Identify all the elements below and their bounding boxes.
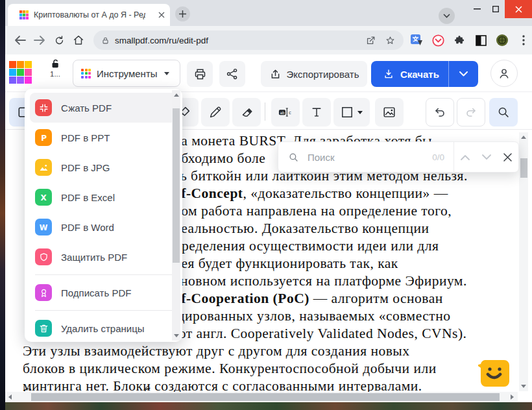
menu-item-delete-pages[interactable]: Удалить страницы — [25, 313, 182, 342]
search-match-counter: 0/0 — [432, 152, 444, 162]
export-button-label: Экспортировать — [287, 69, 359, 80]
pdf-clipped-line: Скорость создания блоков согласована меж… — [23, 385, 438, 391]
undo-icon — [433, 105, 447, 119]
scroll-right-arrow-icon[interactable] — [511, 394, 514, 400]
horizontal-scroll-thumb[interactable] — [31, 393, 500, 401]
window-minimize-button[interactable] — [467, 0, 487, 18]
home-button[interactable] — [69, 30, 88, 50]
compress-pdf-icon — [35, 99, 52, 116]
redo-button[interactable] — [457, 98, 485, 127]
tab-search-button[interactable] — [439, 8, 455, 24]
shapes-tool-button[interactable] — [333, 98, 370, 127]
chevron-up-icon — [461, 154, 470, 160]
menu-item-compress-pdf[interactable]: Сжать PDF — [30, 93, 177, 123]
smallpdf-favicon — [19, 10, 29, 19]
tab-title: Криптовалюты от А до Я - Реда — [34, 10, 145, 19]
scroll-up-arrow-icon[interactable] — [521, 136, 526, 139]
menu-item-label: Сжать PDF — [61, 102, 112, 114]
desktop-wallpaper-right — [529, 18, 532, 410]
chevron-down-icon — [459, 71, 468, 77]
pocket-extension-icon[interactable] — [429, 32, 446, 49]
menu-item-pdf-to-excel[interactable]: X PDF в Excel — [25, 182, 182, 212]
next-match-button[interactable] — [476, 142, 497, 172]
scroll-left-arrow-icon[interactable] — [8, 394, 12, 400]
menu-item-label: PDF в Word — [61, 222, 114, 233]
svg-text:X: X — [40, 193, 47, 202]
download-options-button[interactable] — [449, 61, 478, 87]
print-button[interactable] — [187, 61, 213, 87]
tools-grid-icon — [81, 69, 91, 78]
share-document-button[interactable] — [219, 61, 245, 87]
vertical-scrollbar[interactable] — [519, 132, 528, 391]
pdf-to-word-icon: W — [35, 219, 52, 235]
desktop-wallpaper-left — [0, 0, 5, 410]
close-icon — [503, 153, 512, 162]
window-maximize-button[interactable] — [487, 0, 505, 18]
smallpdf-header: 1... Инструменты Экспортировать — [5, 54, 532, 92]
menu-item-protect-pdf[interactable]: Защитить PDF — [25, 242, 182, 272]
user-icon — [497, 66, 511, 80]
user-account-button[interactable] — [490, 60, 518, 87]
export-icon — [269, 68, 282, 80]
browser-tab[interactable]: Криптовалюты от А до Я - Реда — [8, 4, 170, 26]
support-chat-button[interactable] — [478, 357, 509, 388]
previous-match-button[interactable] — [454, 142, 476, 172]
dropdown-scrollbar[interactable] — [172, 90, 180, 341]
pdf-text-line: Эти узлы взаимодействуют друг с другом д… — [23, 343, 522, 360]
address-bar-row: smallpdf.com/ru/edit-pdf — [5, 26, 532, 54]
reload-button[interactable] — [49, 30, 69, 50]
green-circle-extension-icon[interactable] — [494, 32, 511, 49]
window-close-button[interactable] — [505, 0, 532, 18]
search-tool-button[interactable] — [489, 98, 518, 127]
document-lock-icon — [50, 58, 61, 69]
eraser-icon — [239, 105, 254, 119]
edit-text-tool-button[interactable]: abc — [271, 98, 300, 127]
delete-pages-icon — [35, 320, 52, 337]
search-input[interactable] — [306, 151, 406, 163]
sign-pdf-icon — [35, 284, 52, 301]
tools-dropdown-menu: Сжать PDF P PDF в PPT PDF в JPG X — [25, 89, 182, 342]
tools-dropdown-button[interactable]: Инструменты — [73, 60, 180, 87]
export-button[interactable]: Экспортировать — [261, 61, 367, 87]
caret-down-icon — [164, 72, 169, 75]
horizontal-scrollbar[interactable] — [5, 392, 518, 402]
share-button[interactable] — [361, 30, 380, 50]
dark-reader-extension-icon[interactable] — [472, 32, 489, 49]
translate-extension-icon[interactable] — [408, 32, 425, 49]
scroll-up-arrow-icon[interactable] — [174, 93, 179, 97]
chevron-down-icon — [482, 154, 491, 160]
minimize-icon — [474, 8, 481, 10]
extensions-puzzle-icon[interactable] — [451, 32, 468, 49]
svg-text:ab: ab — [280, 110, 285, 115]
tab-close-icon[interactable] — [158, 12, 165, 18]
bookmark-star-button[interactable] — [380, 30, 400, 50]
undo-button[interactable] — [426, 98, 454, 127]
menu-item-label: Защитить PDF — [61, 252, 127, 263]
new-tab-button[interactable] — [175, 6, 190, 21]
eraser-tool-button[interactable] — [232, 98, 261, 127]
scroll-down-arrow-icon[interactable] — [521, 385, 526, 388]
back-button[interactable] — [10, 30, 30, 50]
menu-item-label: PDF в JPG — [61, 162, 110, 173]
menu-item-pdf-to-jpg[interactable]: PDF в JPG — [25, 152, 182, 182]
dropdown-scroll-thumb[interactable] — [173, 108, 180, 263]
menu-item-pdf-to-word[interactable]: W PDF в Word — [25, 212, 182, 242]
add-text-tool-button[interactable] — [302, 98, 331, 127]
pencil-tool-button[interactable] — [201, 98, 230, 127]
protect-pdf-icon — [35, 248, 52, 265]
vertical-scroll-thumb[interactable] — [520, 158, 527, 178]
address-bar[interactable]: smallpdf.com/ru/edit-pdf — [93, 30, 404, 50]
pdf-to-excel-icon: X — [35, 189, 52, 206]
forward-button[interactable] — [30, 30, 49, 50]
menu-item-sign-pdf[interactable]: Подписать PDF — [25, 278, 182, 308]
close-search-button[interactable] — [497, 142, 518, 172]
download-button-main[interactable]: Скачать — [371, 61, 448, 87]
menu-item-pdf-to-ppt[interactable]: P PDF в PPT — [25, 123, 182, 152]
menu-divider — [35, 274, 172, 275]
image-icon — [382, 105, 396, 119]
document-info[interactable]: 1... — [45, 58, 65, 78]
scroll-down-arrow-icon[interactable] — [174, 334, 179, 337]
download-button[interactable]: Скачать — [371, 61, 478, 87]
redo-icon — [464, 105, 478, 119]
image-tool-button[interactable] — [375, 98, 404, 127]
